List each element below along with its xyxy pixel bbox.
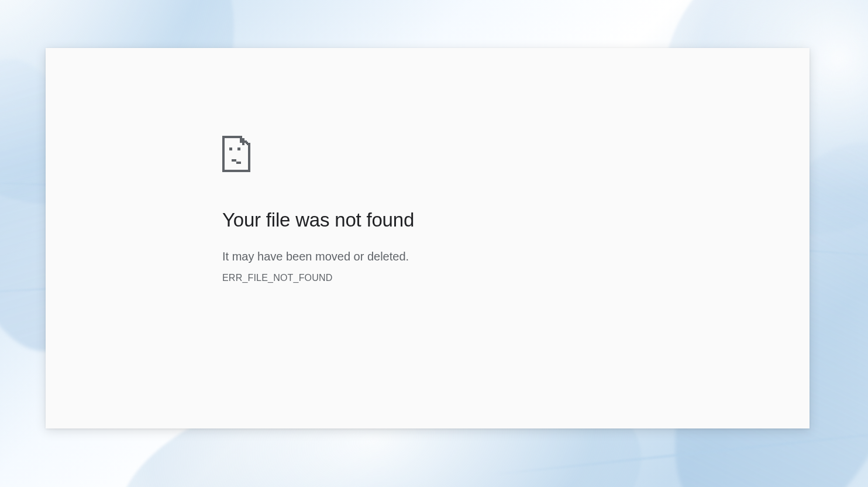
error-code: ERR_FILE_NOT_FOUND	[222, 273, 414, 283]
svg-rect-12	[237, 148, 240, 150]
svg-rect-2	[248, 144, 250, 172]
browser-error-page: Your file was not found It may have been…	[46, 48, 810, 428]
svg-rect-14	[236, 162, 241, 164]
error-title: Your file was not found	[222, 208, 414, 232]
svg-rect-10	[242, 143, 244, 145]
svg-rect-1	[222, 170, 250, 172]
svg-rect-6	[242, 138, 244, 140]
svg-rect-0	[222, 136, 225, 172]
svg-rect-5	[240, 140, 244, 143]
error-subtitle: It may have been moved or deleted.	[222, 248, 414, 265]
svg-rect-11	[229, 148, 232, 150]
sad-file-icon	[222, 136, 414, 174]
svg-rect-9	[246, 142, 248, 144]
svg-rect-13	[232, 159, 236, 162]
svg-rect-4	[240, 136, 242, 140]
error-content: Your file was not found It may have been…	[222, 136, 414, 283]
svg-rect-3	[222, 136, 242, 138]
